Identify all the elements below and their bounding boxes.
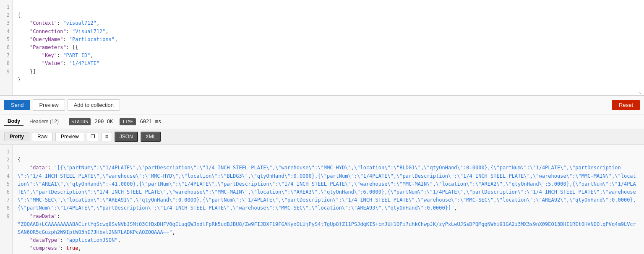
reset-button[interactable]: Reset <box>612 100 640 110</box>
request-editor-panel: 1 2 3 4 5 6 7 8 9 { "Context": "visual71… <box>0 0 644 96</box>
format-pretty-button[interactable]: Pretty <box>4 132 29 141</box>
response-line-numbers: 1 2 3 4 5 6 7 8 9 <box>0 145 13 254</box>
response-body: 1 2 3 4 5 6 7 8 9 { "data": "[{\"partNum… <box>0 145 644 254</box>
resize-handle[interactable]: ↘ <box>639 90 643 94</box>
response-code-area: 1 2 3 4 5 6 7 8 9 { "data": "[{\"partNum… <box>0 145 644 254</box>
response-section: Body Headers (12) STATUS 200 OK TIME 602… <box>0 114 644 254</box>
code-editor[interactable]: 1 2 3 4 5 6 7 8 9 { "Context": "visual71… <box>0 0 644 95</box>
request-toolbar: Send Preview Add to collection Reset <box>0 96 644 114</box>
send-button[interactable]: Send <box>4 100 30 110</box>
time-value: 6021 ms <box>140 119 162 124</box>
xml-format-button[interactable]: XML <box>141 132 161 142</box>
copy-icon-button[interactable]: ❐ <box>87 132 99 141</box>
format-raw-button[interactable]: Raw <box>32 132 53 141</box>
json-format-button[interactable]: JSON <box>115 132 138 142</box>
preview-button[interactable]: Preview <box>33 99 65 111</box>
editor-code-content[interactable]: { "Context": "visual712", "Connection": … <box>13 0 644 95</box>
tab-body[interactable]: Body <box>4 117 23 126</box>
response-format-toolbar: Pretty Raw Preview ❐ ≡ JSON XML <box>0 129 644 145</box>
status-code: 200 OK <box>95 119 113 124</box>
add-to-collection-button[interactable]: Add to collection <box>68 99 120 111</box>
expand-icon-button[interactable]: ≡ <box>102 132 112 141</box>
format-preview-button[interactable]: Preview <box>55 132 84 141</box>
time-label: TIME <box>120 118 136 125</box>
tab-headers[interactable]: Headers (12) <box>26 117 62 126</box>
status-label: STATUS <box>69 118 91 125</box>
response-content[interactable]: { "data": "[{\"partNum\":\"1/4PLATE\",\"… <box>13 145 644 254</box>
response-tabs-bar: Body Headers (12) STATUS 200 OK TIME 602… <box>0 114 644 129</box>
editor-line-numbers: 1 2 3 4 5 6 7 8 9 <box>0 0 13 95</box>
